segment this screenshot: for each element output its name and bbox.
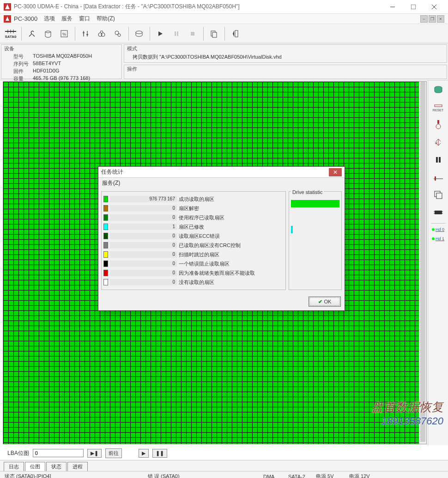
bottom-tabs: 日志 位图 状态 进程 xyxy=(0,460,448,471)
lba-step-button[interactable]: ▶❚ xyxy=(87,449,102,458)
stat-label: 扫描时跳过的扇区 xyxy=(179,251,219,258)
svg-point-13 xyxy=(101,33,105,36)
lba-label: LBA位图 xyxy=(7,449,29,457)
stat-value: 0 xyxy=(110,270,177,276)
percent-icon[interactable]: % xyxy=(56,25,72,42)
tab-log[interactable]: 日志 xyxy=(4,462,24,471)
stat-value: 0 xyxy=(110,205,177,212)
lba-input[interactable] xyxy=(33,449,84,457)
stat-value: 0 xyxy=(110,279,177,285)
color-swatch xyxy=(103,205,108,212)
stat-row: 0读取扇区ECC错误 xyxy=(103,231,284,241)
chip-icon[interactable] xyxy=(430,205,447,220)
pause2-icon[interactable] xyxy=(430,152,447,167)
expand-icon[interactable]: 0 xyxy=(430,135,447,150)
svg-rect-22 xyxy=(235,30,238,37)
svg-text:%: % xyxy=(62,32,66,36)
tab-proc[interactable]: 进程 xyxy=(67,462,88,471)
menu-window[interactable]: 窗口 xyxy=(79,15,90,23)
mdi-minimize[interactable]: – xyxy=(420,15,428,23)
svg-rect-24 xyxy=(435,105,442,107)
stop-button[interactable] xyxy=(185,25,200,42)
menu-help[interactable]: 帮助(Z) xyxy=(97,15,115,23)
copy-icon[interactable] xyxy=(206,25,222,42)
device-panel: 设备 型号TOSHIBA MQ02ABF050H 序列号58BET4YVT 固件… xyxy=(1,44,122,79)
ok-button[interactable]: ✔ OK xyxy=(309,296,341,307)
status-bar: 状态 (SATA0)-[PIO4] 错 误 (SATA0) DMA SATA-2… xyxy=(0,471,448,478)
status-dma-header: DMA xyxy=(260,474,285,478)
doc-icon xyxy=(4,15,11,23)
maximize-button[interactable] xyxy=(403,0,424,13)
hd1-indicator[interactable]: Hd 1 xyxy=(431,236,445,242)
status-p5-header: 电源 5V xyxy=(313,473,346,478)
app-icon xyxy=(4,3,11,11)
stat-value: 0 xyxy=(110,251,177,258)
menu-options[interactable]: 选项 xyxy=(44,15,55,23)
play2-button[interactable]: ▶ xyxy=(139,449,149,458)
dialog-title: 任务统计 xyxy=(101,168,329,176)
gears-icon[interactable] xyxy=(110,25,126,42)
pause-button[interactable] xyxy=(169,25,184,42)
svg-rect-34 xyxy=(435,211,442,214)
connector-icon[interactable] xyxy=(430,117,447,132)
color-swatch xyxy=(103,224,108,230)
color-swatch xyxy=(103,251,108,258)
stat-row: 0使用程序已读取扇区 xyxy=(103,213,284,222)
stat-row: 0一个错误阻止读取扇区 xyxy=(103,259,284,268)
svg-rect-33 xyxy=(436,193,442,199)
binoculars-icon[interactable] xyxy=(94,25,109,42)
check-icon: ✔ xyxy=(318,299,322,305)
stat-label: 使用程序已读取扇区 xyxy=(179,214,224,221)
map-scrollbar[interactable] xyxy=(419,82,426,444)
stat-row: 0扫描时跳过的扇区 xyxy=(103,250,284,259)
goto-button[interactable]: 前往 xyxy=(105,448,122,458)
play-button[interactable] xyxy=(152,25,168,42)
dialog-close-button[interactable]: ✕ xyxy=(329,168,342,176)
svg-point-15 xyxy=(118,34,121,36)
svg-rect-29 xyxy=(439,157,441,163)
status-p12-header: 电源 12V xyxy=(346,473,373,478)
hd0-indicator[interactable]: Hd 0 xyxy=(431,226,445,233)
close-button[interactable] xyxy=(424,0,444,13)
dialog-menu-services[interactable]: 服务(Z) xyxy=(98,178,345,188)
title-bar: PC-3000 UDMA-E - China - [Data Extractor… xyxy=(0,0,448,14)
drive-icon[interactable] xyxy=(131,25,147,42)
stat-label: 没有读取的扇区 xyxy=(179,279,214,286)
drive-tool-icon[interactable] xyxy=(430,82,447,97)
mdi-close[interactable]: × xyxy=(437,15,444,23)
sata-port-button[interactable]: SATA0 xyxy=(3,25,18,42)
svg-rect-2 xyxy=(411,5,416,9)
app-name: PC-3000 xyxy=(14,15,37,22)
adjust-icon[interactable] xyxy=(78,25,93,42)
tab-map[interactable]: 位图 xyxy=(25,462,45,471)
svg-rect-19 xyxy=(191,32,194,36)
stat-value: 976 773 167 xyxy=(110,196,177,202)
stat-value: 0 xyxy=(110,233,177,239)
status-err-header: 错 误 (SATA0) xyxy=(145,473,260,478)
svg-point-16 xyxy=(136,31,142,34)
window-title: PC-3000 UDMA-E - China - [Data Extractor… xyxy=(14,3,382,11)
pause3-button[interactable]: ❚❚ xyxy=(152,449,167,458)
stat-label: 一个错误阻止读取扇区 xyxy=(179,260,230,267)
tab-state[interactable]: 状态 xyxy=(46,462,67,471)
layers-icon[interactable] xyxy=(430,188,447,202)
drive-statistic-box: Drive statistic xyxy=(289,191,342,290)
map-controls: LBA位图 ▶❚ 前往 ▶ ❚❚ xyxy=(3,446,447,460)
tools-icon[interactable] xyxy=(24,25,40,42)
slider-icon[interactable] xyxy=(430,170,447,185)
reset-icon[interactable]: RESET xyxy=(430,100,447,115)
svg-point-26 xyxy=(436,124,441,129)
mode-text: 拷贝数据到 "A:\PC3000\TOSHIBA MQ02ABF050H\Vir… xyxy=(127,53,444,61)
task-stats-dialog: 任务统计 ✕ 服务(Z) 976 773 167成功读取的扇区0扇区解密0使用程… xyxy=(98,166,345,311)
svg-rect-31 xyxy=(435,176,436,181)
svg-rect-18 xyxy=(177,31,178,36)
container-icon[interactable] xyxy=(40,25,56,42)
drive-bar-green xyxy=(291,200,339,207)
menu-services[interactable]: 服务 xyxy=(61,15,73,23)
exit-icon[interactable] xyxy=(227,25,243,42)
color-swatch xyxy=(103,242,108,248)
mdi-restore[interactable]: ❐ xyxy=(429,15,436,23)
menu-bar: PC-3000 选项 服务 窗口 帮助(Z) – ❐ × xyxy=(0,14,448,24)
toolbar: SATA0 % xyxy=(0,24,448,43)
minimize-button[interactable] xyxy=(382,0,403,13)
